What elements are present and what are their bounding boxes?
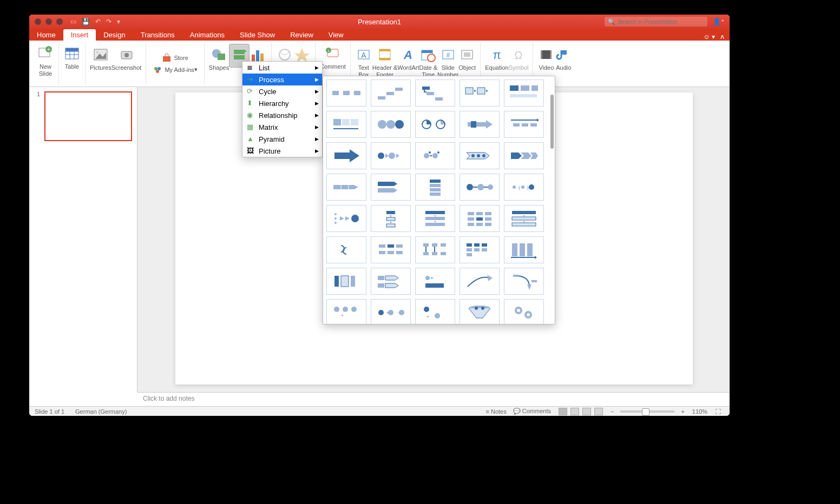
qat-save-icon[interactable]: 💾	[82, 18, 90, 25]
notes-toggle[interactable]: ≡ Notes	[486, 408, 507, 415]
process-chevron-block[interactable]	[460, 142, 500, 169]
zoom-out-button[interactable]: −	[611, 408, 614, 415]
process-equation[interactable]: +	[326, 299, 366, 324]
zoom-slider[interactable]	[620, 410, 674, 413]
process-arrow-strip[interactable]	[460, 111, 500, 138]
header-footer-button[interactable]: Header & Footer	[372, 44, 397, 78]
process-funnel[interactable]	[460, 299, 500, 324]
qat-presentation-icon[interactable]: ▭	[70, 18, 76, 25]
menu-item-process[interactable]: ⇢Process▶	[242, 74, 322, 85]
process-chevron-list[interactable]	[504, 142, 544, 169]
process-upward-arrow[interactable]	[460, 268, 500, 295]
process-big-arrow[interactable]	[326, 142, 366, 169]
audio-button[interactable]: Audio	[555, 44, 572, 71]
process-descending-block[interactable]	[415, 205, 455, 232]
search-box[interactable]: 🔍	[605, 17, 707, 26]
zoom-in-button[interactable]: +	[681, 408, 684, 415]
view-slideshow-icon[interactable]	[594, 408, 603, 415]
process-increasing-circle[interactable]	[371, 111, 411, 138]
zoom-dot[interactable]	[56, 18, 63, 25]
comments-toggle[interactable]: 💬 Comments	[513, 408, 551, 415]
fit-window-icon[interactable]: ⛶	[715, 408, 721, 415]
view-reading-icon[interactable]	[582, 408, 591, 415]
textbox-button[interactable]: AText Box	[355, 44, 372, 78]
process-random-result[interactable]	[415, 268, 455, 295]
menu-item-relationship[interactable]: ◉Relationship▶	[242, 109, 322, 121]
process-timeline[interactable]	[504, 111, 544, 138]
slide-thumbnail-1[interactable]	[44, 91, 132, 141]
notes-pane[interactable]: Click to add notes	[137, 392, 730, 406]
status-language[interactable]: German (Germany)	[75, 408, 127, 415]
qat-undo-icon[interactable]: ↶	[95, 18, 101, 25]
process-phased[interactable]	[504, 205, 544, 232]
tab-slideshow[interactable]: Slide Show	[232, 29, 283, 41]
view-sorter-icon[interactable]	[570, 408, 579, 415]
process-hierarchy[interactable]	[415, 236, 455, 263]
tab-transitions[interactable]: Transitions	[133, 29, 182, 41]
table-button[interactable]: Table	[63, 43, 81, 70]
process-closed-chevron[interactable]	[460, 174, 500, 201]
menu-item-matrix[interactable]: ▦Matrix▶	[242, 121, 322, 133]
close-dot[interactable]	[35, 18, 41, 25]
slide-number-button[interactable]: #Slide Number	[437, 44, 458, 78]
wordart-button[interactable]: AWordArt	[397, 44, 419, 71]
process-alternating[interactable]	[504, 79, 544, 107]
shapes-button[interactable]: Shapes	[209, 44, 229, 71]
collapse-ribbon-icon[interactable]: ʌ	[720, 33, 724, 41]
tab-animations[interactable]: Animations	[182, 29, 232, 41]
feedback-smiley-icon[interactable]: ☺ ▾	[703, 33, 715, 41]
tab-design[interactable]: Design	[96, 29, 133, 41]
menu-item-pyramid[interactable]: ▲Pyramid▶	[242, 133, 322, 145]
object-button[interactable]: Object	[458, 44, 476, 71]
process-circular-bending[interactable]	[504, 268, 544, 295]
process-gear[interactable]	[326, 236, 366, 263]
new-slide-button[interactable]: +New Slide	[37, 43, 54, 77]
process-step-up[interactable]	[371, 79, 411, 107]
date-time-button[interactable]: Date & Time	[419, 44, 437, 78]
view-normal-icon[interactable]	[559, 408, 567, 415]
process-continuous-block[interactable]	[326, 111, 366, 138]
menu-item-cycle[interactable]: ⟳Cycle▶	[242, 85, 322, 97]
process-vertical-chevron[interactable]	[415, 174, 455, 201]
pictures-button[interactable]: Pictures	[90, 44, 111, 71]
process-pie[interactable]	[415, 111, 455, 138]
zoom-level[interactable]: 110%	[692, 408, 707, 415]
tab-insert[interactable]: Insert	[63, 29, 96, 41]
process-horizontal-equation[interactable]: +→	[371, 299, 411, 324]
gallery-scrollbar[interactable]	[550, 95, 554, 149]
qat-redo-icon[interactable]: ↷	[106, 18, 111, 25]
process-grid[interactable]	[460, 205, 500, 232]
process-segmented[interactable]	[326, 174, 366, 201]
equation-button[interactable]: πEquation	[485, 44, 508, 71]
video-button[interactable]: Video	[537, 44, 555, 71]
search-input[interactable]	[618, 18, 692, 25]
screenshot-button[interactable]: Screenshot	[111, 44, 142, 71]
process-detailed[interactable]	[326, 268, 366, 295]
tab-review[interactable]: Review	[283, 29, 321, 41]
process-accent[interactable]	[460, 79, 500, 107]
process-sub-step[interactable]	[371, 268, 411, 295]
process-chevron-circle[interactable]	[371, 142, 411, 169]
process-vertical-equation[interactable]: +	[415, 299, 455, 324]
comment-button[interactable]: +Comment	[320, 43, 346, 70]
share-button[interactable]: 👤⁺	[713, 18, 724, 25]
qat-customize-icon[interactable]: ▾	[117, 18, 120, 25]
minimize-dot[interactable]	[45, 18, 52, 25]
process-vertical-arrow[interactable]	[371, 205, 411, 232]
addins-button[interactable]: My Add-ins ▾	[150, 64, 199, 76]
process-converging[interactable]	[326, 205, 366, 232]
process-interconnected[interactable]: ()	[504, 174, 544, 201]
process-gear-detail[interactable]	[504, 299, 544, 324]
process-org[interactable]	[460, 236, 500, 263]
process-dots[interactable]	[415, 142, 455, 169]
tab-view[interactable]: View	[321, 29, 351, 41]
menu-item-list[interactable]: ≣List▶	[242, 62, 322, 74]
menu-item-picture[interactable]: 🖼Picture▶	[242, 145, 322, 157]
process-columns[interactable]	[504, 236, 544, 263]
process-grouped-list[interactable]	[371, 236, 411, 263]
tab-home[interactable]: Home	[29, 29, 63, 41]
process-step-down[interactable]	[415, 79, 455, 107]
process-basic[interactable]: →→	[326, 79, 366, 107]
store-button[interactable]: Store	[160, 52, 190, 64]
process-staggered[interactable]	[371, 174, 411, 201]
